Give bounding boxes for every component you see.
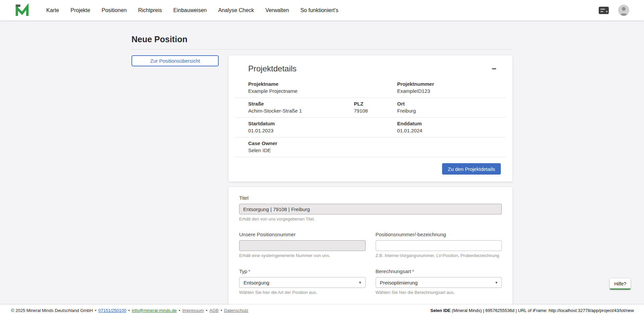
typ-label-text: Typ [239, 268, 247, 274]
back-to-positions-button[interactable]: Zur Positionsübersicht [131, 55, 219, 66]
typ-helper: Wählen Sie hier die Art der Position aus… [239, 290, 366, 295]
field-label: Case Owner [248, 140, 354, 146]
nav-item-projekte[interactable]: Projekte [70, 7, 90, 13]
field-value: Example Projectname [248, 88, 354, 94]
chevron-down-icon: ▾ [495, 280, 497, 285]
detail-row: Projektname Example Projectname Projektn… [235, 78, 506, 98]
titel-field: Titel Erhält den von uns vorgegebenen Ti… [239, 195, 502, 222]
project-details-table: Projektname Example Projectname Projektn… [235, 78, 506, 157]
typ-select[interactable]: Entsorgung ▾ [239, 277, 366, 288]
datenschutz-link[interactable]: Datenschutz [224, 308, 248, 313]
positionsnummer-field: Positionsnummer/-bezeichnung Z.B. Intern… [376, 232, 502, 258]
field-strasse: Straße Achim-Stocker-Straße 1 [248, 101, 354, 114]
berechnungsart-helper: Wählen Sie hier die Berechnungsart aus. [376, 290, 502, 295]
berechnungsart-selected-value: Preisoptimierung [380, 280, 418, 286]
email-link[interactable]: info@mineral-minds.de [132, 308, 177, 313]
collapse-minus-icon[interactable]: − [490, 65, 498, 73]
detail-row: Startdatum 01.01.2023 Enddatum 01.01.202… [235, 118, 506, 137]
berechnungsart-field: Berechnungsart* Preisoptimierung ▾ Wähle… [376, 268, 502, 295]
help-button[interactable]: Hilfe? [610, 278, 631, 290]
main-navigation: Karte Projekte Positionen Richtpreis Ein… [46, 7, 338, 13]
nav-item-richtpreis[interactable]: Richtpreis [138, 7, 162, 13]
titel-input [239, 204, 502, 214]
field-label: Ort [397, 101, 506, 107]
nav-item-so-funktionierts[interactable]: So funktioniert's [300, 7, 338, 13]
field-value: ExampleID123 [397, 88, 506, 94]
field-case-owner: Case Owner Selen IDE [248, 140, 354, 153]
positionsnummer-helper: Z.B. Interne-Vorgangsnummer, LV-Position… [376, 253, 502, 258]
navbar-right [598, 5, 629, 16]
footer-session-details: (Mineral Minds) | 69576255536d | URL of … [450, 308, 634, 313]
separator-dot: • [128, 308, 130, 313]
field-value: 01.01.2024 [397, 128, 506, 133]
impressum-link[interactable]: Impressum [182, 308, 204, 313]
nav-item-positionen[interactable]: Positionen [102, 7, 127, 13]
separator-dot: • [179, 308, 180, 313]
field-value: 79108 [354, 108, 397, 114]
mineral-minds-logo[interactable] [15, 4, 29, 17]
nav-item-analyse-check[interactable]: Analyse Check [218, 7, 254, 13]
separator-dot: • [95, 308, 97, 313]
phone-link[interactable]: 07151/250100 [98, 308, 126, 313]
copyright-text: © 2025 Mineral Minds Deutschland GmbH [11, 308, 93, 313]
positionsnummer-input[interactable] [376, 240, 502, 251]
field-label: Straße [248, 101, 354, 107]
main-content: Neue Position Zur Positionsübersicht Pro… [0, 20, 644, 316]
footer-session-info: Selen IDE (Mineral Minds) | 69576255536d… [430, 308, 634, 313]
required-marker: * [248, 268, 250, 274]
field-label: Startdatum [248, 121, 354, 126]
person-icon [618, 5, 629, 16]
field-plz: PLZ 79108 [354, 101, 397, 114]
field-enddatum: Enddatum 01.01.2024 [397, 121, 506, 133]
chevron-down-icon: ▾ [359, 280, 361, 285]
berechnungsart-select[interactable]: Preisoptimierung ▾ [376, 277, 502, 288]
title-divider [131, 49, 513, 50]
unsere-positionsnummer-label: Unsere Positionsnummer [239, 232, 366, 237]
field-projektnummer: Projektnummer ExampleID123 [397, 81, 506, 94]
field-label: PLZ [354, 101, 397, 107]
unsere-positionsnummer-field: Unsere Positionsnummer Erhält eine syste… [239, 232, 366, 258]
typ-selected-value: Entsorgung [244, 280, 269, 286]
position-form-card: Titel Erhält den von uns vorgegebenen Ti… [228, 187, 513, 316]
field-ort: Ort Freiburg [397, 101, 506, 114]
titel-helper: Erhält den von uns vorgegebenen Titel. [239, 216, 502, 222]
left-column: Zur Positionsübersicht [131, 55, 219, 66]
field-value: Achim-Stocker-Straße 1 [248, 108, 354, 114]
detail-row: Straße Achim-Stocker-Straße 1 PLZ 79108 … [235, 98, 506, 118]
field-value: Selen IDE [248, 147, 354, 153]
nav-item-karte[interactable]: Karte [46, 7, 59, 13]
typ-label: Typ* [239, 268, 366, 274]
nav-item-verwalten[interactable]: Verwalten [265, 7, 289, 13]
project-details-button[interactable]: Zu den Projektdetails [442, 163, 501, 175]
unsere-positionsnummer-input [239, 240, 366, 251]
user-avatar[interactable] [618, 5, 629, 16]
nav-item-einbauweisen[interactable]: Einbauweisen [173, 7, 207, 13]
separator-dot: • [221, 308, 222, 313]
detail-row: Case Owner Selen IDE [235, 137, 506, 157]
berechnungsart-label: Berechnungsart* [376, 268, 502, 274]
field-projektname: Projektname Example Projectname [248, 81, 354, 94]
unsere-positionsnummer-helper: Erhält eine systemgenerierte Nummer von … [239, 253, 366, 258]
app-root: Karte Projekte Positionen Richtpreis Ein… [0, 0, 644, 316]
titel-label: Titel [239, 195, 502, 201]
required-marker: * [412, 268, 414, 274]
page-title: Neue Position [131, 35, 513, 44]
field-startdatum: Startdatum 01.01.2023 [248, 121, 354, 133]
footer: © 2025 Mineral Minds Deutschland GmbH • … [0, 305, 644, 316]
field-value: 01.01.2023 [248, 128, 354, 133]
server-icon[interactable] [598, 6, 609, 15]
project-details-card: Projektdetails − Projektname Example Pro… [228, 55, 513, 182]
project-card-title: Projektdetails [248, 64, 297, 73]
separator-dot: • [206, 308, 208, 313]
field-label: Enddatum [397, 121, 506, 126]
logo-mark-icon [15, 4, 29, 17]
right-column: Projektdetails − Projektname Example Pro… [228, 55, 513, 316]
berechnungsart-label-text: Berechnungsart [376, 268, 411, 274]
footer-user-name: Selen IDE [430, 308, 450, 313]
top-navbar: Karte Projekte Positionen Richtpreis Ein… [0, 0, 644, 20]
typ-field: Typ* Entsorgung ▾ Wählen Sie hier die Ar… [239, 268, 366, 295]
field-label: Projektnummer [397, 81, 506, 87]
field-value: Freiburg [397, 108, 506, 114]
form-left-column: Unsere Positionsnummer Erhält eine syste… [239, 232, 366, 316]
agb-link[interactable]: AGB [209, 308, 218, 313]
